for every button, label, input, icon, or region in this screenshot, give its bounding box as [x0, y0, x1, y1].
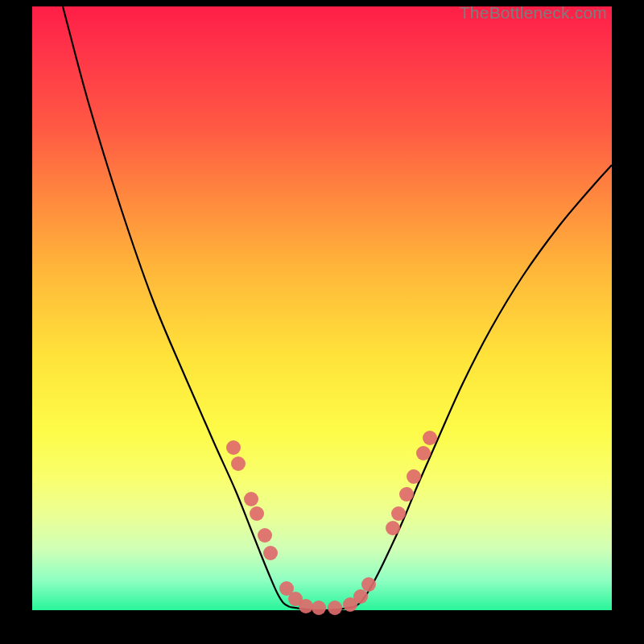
data-point-marker	[353, 589, 368, 604]
data-point-marker	[399, 487, 414, 502]
data-point-marker	[391, 506, 406, 521]
data-point-marker	[231, 456, 246, 471]
data-point-marker	[299, 599, 313, 613]
data-point-marker	[328, 601, 342, 615]
data-point-marker	[361, 577, 376, 592]
watermark-text: TheBottleneck.com	[460, 3, 607, 23]
data-point-marker	[312, 601, 326, 615]
chart-background	[32, 6, 612, 610]
chart-svg	[32, 6, 612, 610]
data-point-marker	[423, 431, 437, 445]
data-point-marker	[244, 492, 258, 506]
data-point-marker	[416, 446, 431, 460]
data-markers	[226, 431, 437, 615]
data-point-marker	[226, 440, 241, 455]
curve-right-arm	[354, 165, 612, 607]
data-point-marker	[250, 506, 264, 521]
data-point-marker	[258, 528, 272, 543]
data-point-marker	[263, 546, 278, 560]
data-point-marker	[407, 469, 421, 484]
data-point-marker	[386, 521, 400, 535]
